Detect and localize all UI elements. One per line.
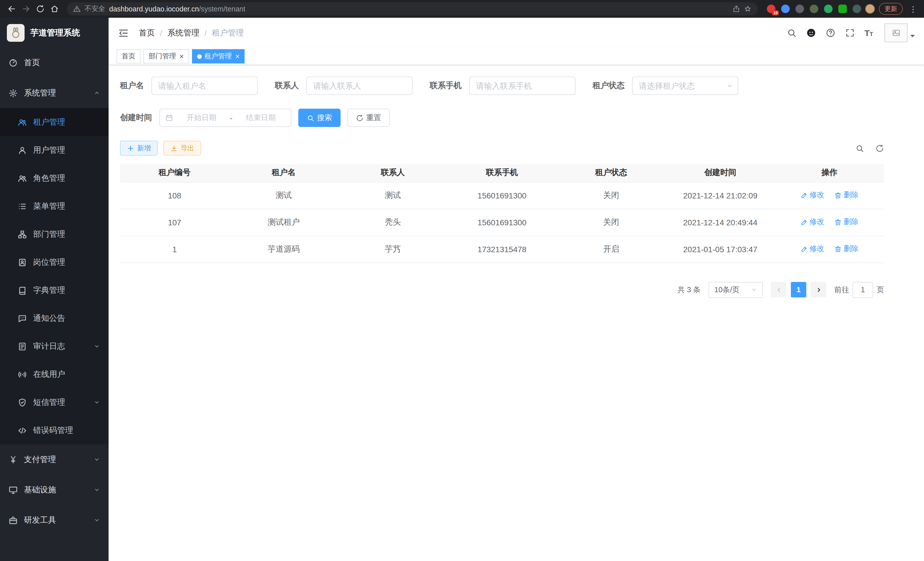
refresh-icon [356,114,363,122]
sidebar-item-tenant[interactable]: 租户管理 [0,108,109,136]
sidebar-item-label: 在线用户 [33,369,65,379]
main-area: 首页 / 系统管理 / 租户管理 TT [109,18,924,561]
edit-link[interactable]: 修改 [800,244,824,254]
browser-menu-icon[interactable]: ⋮ [907,4,920,14]
extension-icon[interactable] [838,5,847,13]
search-button[interactable]: 搜索 [298,109,340,127]
cell-status: 开启 [556,236,666,262]
extension-icon[interactable] [810,5,818,13]
sidebar-item-online-user[interactable]: 在线用户 [0,360,109,388]
org-tree-icon [18,230,27,239]
phone-input[interactable] [469,77,575,95]
table-row: 108 测试 测试 15601691300 关闭 2021-12-14 21:0… [120,182,884,209]
security-label: 不安全 [85,4,105,14]
export-button[interactable]: 导出 [164,141,201,156]
address-bar[interactable]: 不安全 dashboard.yudao.iocoder.cn/system/te… [67,2,758,15]
edit-pen-icon [800,245,808,253]
sidebar-item-notice[interactable]: 通知公告 [0,304,109,332]
logo-avatar [7,24,25,41]
share-icon[interactable] [733,5,740,13]
bookmark-star-icon[interactable] [744,5,752,13]
sidebar-item-dict[interactable]: 字典管理 [0,276,109,304]
fullscreen-icon[interactable] [845,28,855,38]
edit-link[interactable]: 修改 [800,190,824,200]
extension-icon[interactable] [824,5,832,13]
tenant-name-input[interactable] [152,77,258,95]
calendar-icon [165,114,173,122]
extension-icon[interactable]: 10 [767,5,776,13]
delete-link[interactable]: 删除 [835,190,859,200]
sidebar-item-dev-tools[interactable]: 研发工具 [0,505,109,535]
browser-profile-avatar[interactable] [865,4,875,14]
close-icon[interactable]: × [235,53,239,60]
extension-icon[interactable] [781,5,790,13]
date-range-picker[interactable]: 开始日期 - 结束日期 [159,109,291,127]
search-icon[interactable] [787,28,796,38]
edit-link[interactable]: 修改 [800,217,824,227]
browser-home-icon[interactable] [47,2,62,16]
chevron-left-icon [775,286,782,293]
search-icon [307,114,314,122]
breadcrumb-system[interactable]: 系统管理 [167,28,200,38]
delete-link[interactable]: 删除 [835,217,859,227]
table-header-row: 租户编号 租户名 联系人 联系手机 租户状态 创建时间 操作 [120,164,884,182]
sidebar-item-label: 岗位管理 [33,257,65,267]
tab-home[interactable]: 首页 [117,49,141,63]
browser-refresh-icon[interactable] [33,2,47,16]
sidebar-item-infra[interactable]: 基础设施 [0,475,109,505]
sidebar-item-sms[interactable]: 短信管理 [0,388,109,416]
sidebar-item-system[interactable]: 系统管理 [0,78,109,108]
browser-forward-icon[interactable] [19,2,33,16]
tenant-table: 租户编号 租户名 联系人 联系手机 租户状态 创建时间 操作 108 测试 [120,164,884,263]
breadcrumb-home[interactable]: 首页 [139,28,155,38]
close-icon[interactable]: × [179,53,184,60]
plus-icon [127,144,134,152]
contact-input[interactable] [306,77,412,95]
cell-status: 关闭 [556,182,666,209]
online-signal-icon [18,370,27,379]
extension-icon[interactable] [795,5,804,13]
user-icon [18,146,27,155]
tab-dept[interactable]: 部门管理 × [143,49,189,63]
search-toggle-icon[interactable] [855,144,864,152]
user-avatar-dropdown[interactable] [885,23,915,42]
page-size-select[interactable]: 10条/页 [709,282,763,298]
sidebar-fold-icon[interactable] [118,27,129,39]
cell-tenant-name: 测试 [229,182,338,209]
edit-pen-icon [800,218,808,226]
start-date-placeholder: 开始日期 [177,113,226,123]
delete-link[interactable]: 删除 [835,244,859,254]
sidebar-item-payment[interactable]: 支付管理 [0,444,109,475]
extension-icon[interactable] [853,5,861,13]
sidebar-item-role[interactable]: 角色管理 [0,164,109,192]
sidebar-item-user[interactable]: 用户管理 [0,136,109,164]
pagination: 共 3 条 10条/页 1 前往 页 [120,282,884,298]
font-size-icon[interactable]: TT [864,29,873,37]
app-logo[interactable]: 芋道管理系统 [0,18,109,47]
column-header: 操作 [775,164,884,182]
sidebar-item-audit-log[interactable]: 审计日志 [0,332,109,360]
sidebar-item-label: 租户管理 [33,117,65,127]
help-question-icon[interactable] [825,28,835,38]
prev-page-button[interactable] [771,282,786,297]
refresh-icon[interactable] [875,144,884,152]
goto-page-input[interactable] [853,282,873,298]
browser-back-icon[interactable] [4,2,19,16]
column-header: 租户名 [229,164,338,182]
next-page-button[interactable] [811,282,826,297]
sidebar-item-home[interactable]: 首页 [0,47,109,78]
sidebar-item-label: 角色管理 [33,173,65,183]
tab-tenant[interactable]: 租户管理 × [192,49,244,63]
sidebar-item-label: 用户管理 [33,145,65,155]
reset-button[interactable]: 重置 [347,109,390,127]
sidebar-item-dept[interactable]: 部门管理 [0,220,109,248]
status-select[interactable] [632,77,738,95]
browser-update-button[interactable]: 更新 [879,3,903,15]
sidebar-item-menu[interactable]: 菜单管理 [0,192,109,220]
sidebar-item-error-code[interactable]: 错误码管理 [0,416,109,444]
sidebar-item-post[interactable]: 岗位管理 [0,248,109,276]
add-button[interactable]: 新增 [120,141,158,156]
github-icon[interactable] [806,28,816,38]
page-number-button[interactable]: 1 [791,282,806,297]
edit-pen-icon [800,192,808,199]
